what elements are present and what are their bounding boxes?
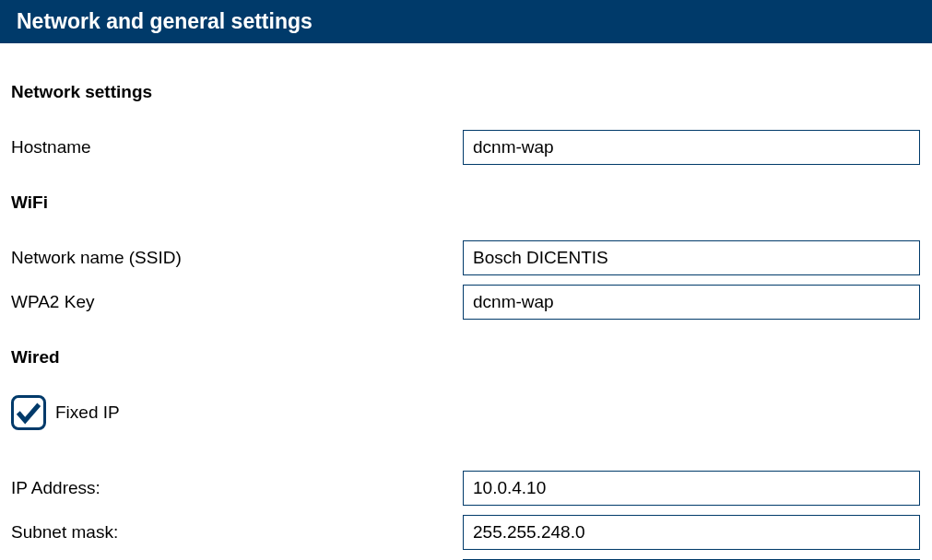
- ssid-input[interactable]: [463, 240, 920, 275]
- subnet-mask-label: Subnet mask:: [11, 522, 463, 542]
- network-settings-heading: Network settings: [11, 82, 921, 102]
- wpa2-label: WPA2 Key: [11, 292, 463, 312]
- ip-address-input[interactable]: [463, 471, 920, 506]
- ip-address-label: IP Address:: [11, 478, 463, 498]
- hostname-row: Hostname: [11, 130, 921, 165]
- page-title: Network and general settings: [17, 9, 313, 33]
- ssid-label: Network name (SSID): [11, 248, 463, 268]
- page-header: Network and general settings: [0, 0, 932, 43]
- hostname-label: Hostname: [11, 137, 463, 158]
- subnet-mask-input[interactable]: [463, 515, 920, 550]
- fixed-ip-row: Fixed IP: [11, 395, 921, 430]
- content-area: Network settings Hostname WiFi Network n…: [0, 82, 932, 560]
- ip-address-row: IP Address:: [11, 471, 921, 506]
- wpa2-input[interactable]: [463, 285, 920, 320]
- wpa2-row: WPA2 Key: [11, 285, 921, 320]
- fixed-ip-checkbox[interactable]: [11, 395, 46, 430]
- ssid-row: Network name (SSID): [11, 240, 921, 275]
- wifi-heading: WiFi: [11, 192, 921, 213]
- hostname-input[interactable]: [463, 130, 920, 165]
- fixed-ip-label: Fixed IP: [55, 402, 120, 423]
- subnet-mask-row: Subnet mask:: [11, 515, 921, 550]
- checkmark-icon: [15, 399, 42, 426]
- wired-heading: Wired: [11, 347, 921, 368]
